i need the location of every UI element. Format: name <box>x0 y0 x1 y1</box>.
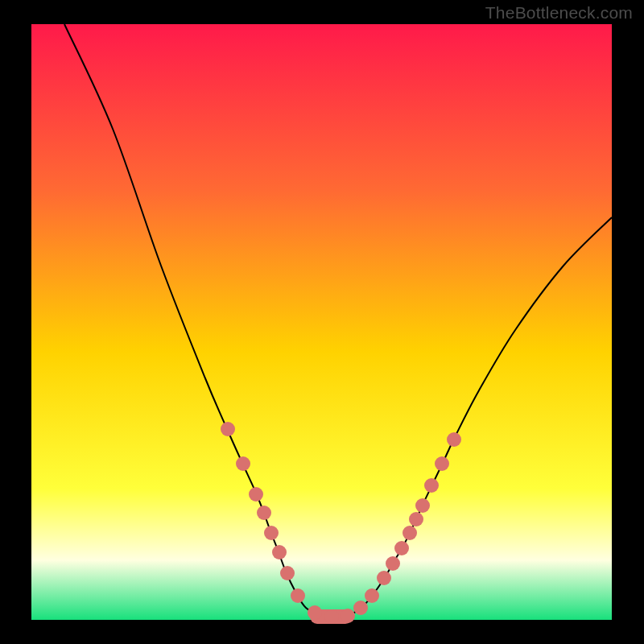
curve-marker <box>264 526 279 540</box>
watermark-text: TheBottleneck.com <box>485 3 633 23</box>
chart-svg <box>0 0 644 644</box>
curve-marker <box>424 478 439 493</box>
curve-marker <box>377 571 391 585</box>
plot-gradient-area <box>31 24 612 620</box>
curve-marker <box>249 487 263 502</box>
curve-marker <box>394 541 409 555</box>
curve-marker <box>353 601 368 615</box>
curve-marker <box>324 609 339 624</box>
curve-marker <box>236 456 250 471</box>
curve-marker <box>272 545 287 559</box>
curve-marker <box>365 588 379 603</box>
curve-marker <box>435 456 449 471</box>
curve-marker <box>280 566 295 580</box>
curve-marker <box>341 609 355 623</box>
curve-marker <box>291 588 305 603</box>
curve-marker <box>415 498 430 513</box>
curve-marker <box>308 605 322 620</box>
curve-marker <box>447 432 461 447</box>
curve-marker <box>386 556 400 571</box>
curve-marker <box>257 506 271 520</box>
curve-marker <box>409 512 423 526</box>
chart-stage: TheBottleneck.com <box>0 0 644 644</box>
curve-marker <box>402 526 417 540</box>
curve-marker <box>221 422 235 436</box>
